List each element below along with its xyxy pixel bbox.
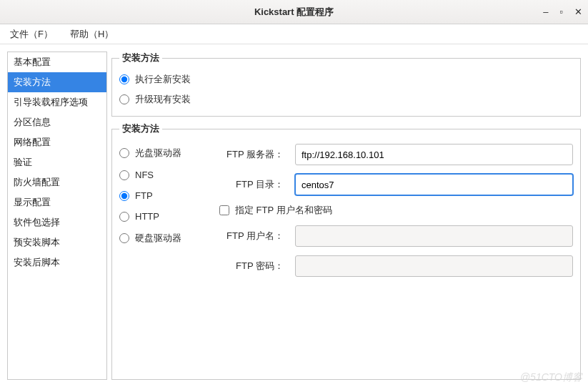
sidebar[interactable]: 基本配置 安装方法 引导装载程序选项 分区信息 网络配置 验证 防火墙配置 显示… [7,52,107,380]
radio-upgrade-input[interactable] [119,94,129,104]
radio-nfs[interactable]: NFS [119,170,204,180]
app-window: Kickstart 配置程序 – ▫ ✕ 文件（F） 帮助（H） 基本配置 安装… [0,0,588,387]
menu-help[interactable]: 帮助（H） [66,25,118,44]
client-area: 基本配置 安装方法 引导装载程序选项 分区信息 网络配置 验证 防火墙配置 显示… [0,44,588,387]
main-panel: 安装方法 执行全新安装 升级现有安装 安装方法 [111,52,581,380]
install-source-legend: 安装方法 [119,122,162,135]
maximize-button[interactable]: ▫ [559,6,563,17]
minimize-button[interactable]: – [543,6,548,17]
ftp-server-label: FTP 服务器： [216,148,288,161]
close-button[interactable]: ✕ [574,6,582,17]
window-title: Kickstart 配置程序 [254,6,334,19]
sidebar-item-partition[interactable]: 分区信息 [8,112,106,132]
source-radios: 光盘驱动器 NFS FTP HTTP 硬盘驱动器 [119,144,204,277]
sidebar-item-postscript[interactable]: 安装后脚本 [8,253,106,273]
sidebar-item-packages[interactable]: 软件包选择 [8,212,106,232]
install-type-legend: 安装方法 [119,52,162,64]
window-controls: – ▫ ✕ [543,6,582,17]
install-source-group: 安装方法 光盘驱动器 NFS FTP HTTP 硬盘驱动器 FTP 服务器： [111,122,581,380]
sidebar-item-prescript[interactable]: 预安装脚本 [8,232,106,253]
menubar: 文件（F） 帮助（H） [0,24,588,44]
ftp-dir-label: FTP 目录： [216,178,288,191]
radio-http[interactable]: HTTP [119,211,204,222]
ftp-pass-input [295,255,573,277]
sidebar-item-basic[interactable]: 基本配置 [8,52,106,72]
radio-upgrade-install[interactable]: 升级现有安装 [119,93,573,106]
ftp-dir-input[interactable] [295,174,573,195]
sidebar-item-firewall[interactable]: 防火墙配置 [8,172,106,192]
sidebar-item-display[interactable]: 显示配置 [8,192,106,212]
sidebar-item-auth[interactable]: 验证 [8,152,106,172]
radio-cdrom[interactable]: 光盘驱动器 [119,147,204,160]
ftp-user-label: FTP 用户名： [216,230,288,243]
ftp-pass-label: FTP 密码： [216,260,288,273]
radio-fresh-install[interactable]: 执行全新安装 [119,73,573,86]
radio-hdd[interactable]: 硬盘驱动器 [119,232,204,245]
sidebar-item-install-method[interactable]: 安装方法 [8,72,106,92]
ftp-server-input[interactable] [295,144,573,165]
sidebar-item-bootloader[interactable]: 引导装载程序选项 [8,92,106,112]
ftp-auth-checkbox[interactable] [219,205,229,215]
install-type-group: 安装方法 执行全新安装 升级现有安装 [111,52,581,117]
radio-fresh-input[interactable] [119,74,129,84]
ftp-fields: FTP 服务器： FTP 目录： 指定 FTP 用户名和密码 FTP 用户名： … [216,144,573,277]
ftp-user-input [295,225,573,247]
radio-ftp[interactable]: FTP [119,190,204,201]
sidebar-item-network[interactable]: 网络配置 [8,132,106,152]
menu-file[interactable]: 文件（F） [6,25,57,44]
titlebar: Kickstart 配置程序 – ▫ ✕ [0,0,588,24]
ftp-auth-row[interactable]: 指定 FTP 用户名和密码 [219,204,573,217]
